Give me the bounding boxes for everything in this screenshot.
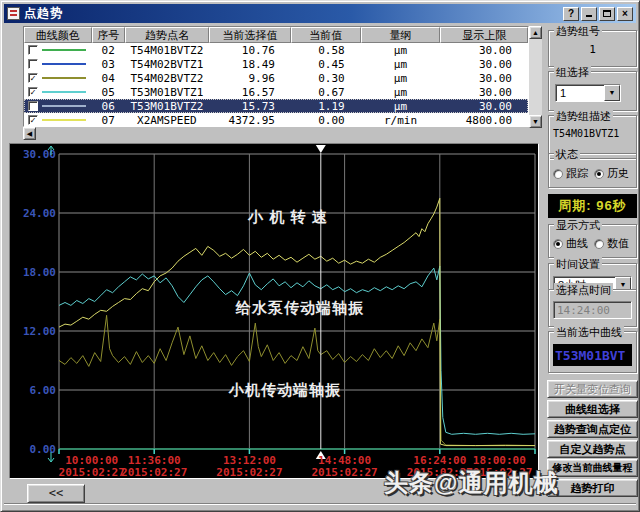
column-header[interactable]: 当前值: [291, 27, 361, 43]
window-title: 点趋势: [24, 5, 63, 22]
time-setting-label: 时间设置: [554, 257, 602, 272]
table-scroll-left-button[interactable]: ◀: [23, 127, 36, 140]
selected-curve-box: 当前选中曲线 T53M01BVT: [548, 331, 637, 373]
table-cell: 16.57: [209, 86, 291, 99]
table-cell: 9.96: [209, 72, 291, 85]
radio-label: 数值: [607, 236, 629, 251]
column-header[interactable]: 显示上限: [440, 27, 528, 43]
help-button[interactable]: ?: [563, 7, 579, 21]
table-cell: μm: [361, 86, 441, 99]
close-button[interactable]: ×: [617, 7, 633, 21]
group-number-label: 趋势组号: [554, 24, 602, 39]
maximize-button[interactable]: [599, 7, 615, 21]
y-axis-label: 12.00: [23, 325, 56, 338]
table-vertical-scrollbar[interactable]: [529, 39, 542, 115]
table-row[interactable]: ✓07X2AMSPEED4372.950.00r/min4800.00: [24, 113, 528, 127]
table-scroll-up-button[interactable]: ▲: [529, 26, 542, 39]
curve-T53M01BVTZ1: [59, 266, 535, 434]
table-row[interactable]: ✓05T53M01BVTZ116.570.67μm30.00: [24, 85, 528, 99]
table-row[interactable]: ✓04T54M02BVTZ29.960.30μm30.00: [24, 71, 528, 85]
table-row[interactable]: 02T54M01BVTZ210.760.58μm30.00: [24, 43, 528, 57]
curve-color-swatch: [42, 119, 86, 121]
column-header[interactable]: 趋势点名: [125, 27, 210, 43]
minimize-button[interactable]: [581, 7, 597, 21]
table-cell: 30.00: [440, 86, 528, 99]
display-mode-label: 显示方式: [554, 218, 602, 233]
y-axis-label: 18.00: [23, 266, 56, 279]
maximize-icon: [603, 10, 611, 17]
sidebar-button-2[interactable]: 曲线组选择: [547, 400, 638, 418]
table-cell: 02: [92, 44, 125, 57]
column-header[interactable]: 曲线颜色: [24, 27, 92, 43]
table-cell: μm: [361, 72, 441, 85]
chevron-down-icon[interactable]: ▼: [604, 85, 620, 101]
curve-visible-checkbox[interactable]: [28, 45, 38, 55]
sidebar-button-4[interactable]: 自定义趋势点: [547, 440, 638, 458]
group-select-box: 组选择 1 ▼: [548, 71, 637, 111]
group-select-combobox[interactable]: 1 ▼: [555, 84, 621, 102]
sidebar-button-3[interactable]: 趋势查询点定位: [547, 420, 638, 438]
x-axis-date-label: 2015:02:27: [216, 466, 282, 478]
sidebar-button-6[interactable]: 趋势打印: [547, 479, 638, 497]
curve-visible-checkbox[interactable]: [28, 59, 38, 69]
table-cell: 30.00: [440, 72, 528, 85]
trend-chart[interactable]: 30.0024.0018.0012.006.000.0010:00:002015…: [9, 143, 539, 479]
curve-visible-checkbox[interactable]: ✓: [28, 87, 38, 97]
y-axis-label: 6.00: [30, 384, 57, 397]
column-header[interactable]: 当前选择值: [209, 27, 291, 43]
sidebar-button-5[interactable]: 修改当前曲线量程: [547, 459, 638, 477]
group-desc-label: 趋势组描述: [554, 109, 613, 124]
minimize-icon: [586, 8, 592, 17]
table-cell: 0.58: [291, 44, 361, 57]
group-number-value: 1: [549, 43, 636, 56]
trend-point-table: 曲线颜色序号趋势点名当前选择值当前值量纲显示上限 02T54M01BVTZ210…: [23, 26, 529, 127]
status-radio-历史[interactable]: 历史: [594, 166, 629, 181]
curve-color-swatch: [42, 77, 86, 79]
curve-annotation: 小机传动端轴振: [228, 381, 341, 398]
radio-icon: [594, 169, 604, 179]
display-mode-radio-数值[interactable]: 数值: [594, 236, 629, 251]
table-cell: 0.67: [291, 86, 361, 99]
table-cell: 30.00: [440, 100, 528, 113]
table-cell: 07: [92, 114, 125, 127]
trend-window: 点趋势 ? × 曲线颜色序号趋势点名当前选择值当前值量纲显示上限 02T54M0…: [0, 0, 640, 512]
period-display: 周期: 96秒: [548, 194, 637, 218]
table-cell: μm: [361, 44, 441, 57]
table-cell: T54M02BVTZ1: [125, 58, 210, 71]
cursor-top-marker[interactable]: [316, 145, 326, 153]
table-cell: T53M01BVTZ1: [125, 86, 210, 99]
point-time-field[interactable]: 14:24:00: [553, 301, 632, 319]
status-radio-跟踪[interactable]: 跟踪: [553, 166, 588, 181]
table-cell: 10.76: [209, 44, 291, 57]
title-bar[interactable]: 点趋势 ? ×: [4, 4, 636, 23]
table-cell: 18.49: [209, 58, 291, 71]
radio-label: 跟踪: [566, 166, 588, 181]
table-cell: T54M01BVTZ2: [125, 44, 210, 57]
table-row[interactable]: 06T53M01BVTZ215.731.19μm30.00: [24, 99, 528, 113]
table-cell: T53M01BVTZ2: [125, 100, 210, 113]
curve-color-cell: [24, 45, 92, 55]
column-header[interactable]: 序号: [92, 27, 125, 43]
chart-scroll-left-button[interactable]: <<: [27, 484, 85, 503]
x-axis-date-label: 2015:02:27: [121, 466, 187, 478]
display-mode-radio-曲线[interactable]: 曲线: [553, 236, 588, 251]
y-axis-label: 24.00: [23, 207, 56, 220]
curve-visible-checkbox[interactable]: ✓: [28, 73, 38, 83]
app-icon: [7, 7, 20, 20]
column-header[interactable]: 量纲: [361, 27, 441, 43]
period-text: 周期: 96秒: [558, 197, 626, 215]
status-bar: [4, 503, 636, 508]
table-cell: 0.30: [291, 72, 361, 85]
table-cell: 06: [92, 100, 125, 113]
table-cell: μm: [361, 100, 441, 113]
curve-annotation: 小 机 转 速: [247, 208, 328, 225]
table-cell: 0.00: [291, 114, 361, 127]
table-cell: μm: [361, 58, 441, 71]
curve-visible-checkbox[interactable]: [28, 101, 38, 111]
table-cell: 1.19: [291, 100, 361, 113]
table-scroll-down-button[interactable]: ▼: [529, 115, 542, 128]
curve-visible-checkbox[interactable]: ✓: [28, 115, 38, 125]
radio-label: 历史: [607, 166, 629, 181]
table-cell: 4372.95: [209, 114, 291, 127]
table-row[interactable]: 03T54M02BVTZ118.490.45μm30.00: [24, 57, 528, 71]
